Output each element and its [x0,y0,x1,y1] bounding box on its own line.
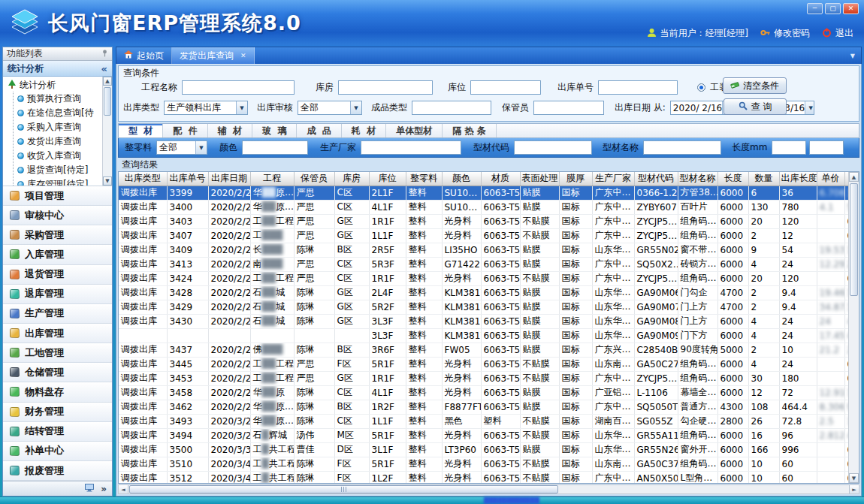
table-cell[interactable]: 3494 [167,428,208,442]
table-cell[interactable]: 工█共工程 [250,442,294,457]
sidebar-item[interactable]: 补单中心 [3,442,112,461]
logout-button[interactable]: 退出 [822,27,853,40]
table-row[interactable]: 调拨出库33992020/2/25华██原…严思C区2L1F整料SU10…606… [119,186,848,200]
table-cell[interactable]: LT3P60 [442,442,481,457]
sidebar-item[interactable]: 结转管理 [3,422,112,442]
horizontal-scroll-thumb[interactable] [129,485,558,493]
table-cell[interactable]: 2.5 [817,414,844,428]
table-row[interactable]: 调拨出库34372020/2/27佛███陈琳B区3R6F整料FW056063-… [119,343,848,357]
table-cell[interactable]: 108 [748,400,779,414]
table-cell[interactable]: 调拨出库 [119,285,167,300]
table-cell[interactable]: L型角… [678,471,717,483]
table-cell[interactable]: 陈琳 [294,300,334,314]
table-cell[interactable]: 调拨出库 [119,457,167,471]
table-header-cell[interactable]: 颜色 [442,172,481,186]
table-header-cell[interactable]: 工程 [250,172,294,186]
maximize-button[interactable]: ▢ [825,3,841,14]
table-cell[interactable]: 2020/2/28 [208,371,250,385]
table-cell[interactable]: 2800 [717,414,748,428]
table-cell[interactable]: 2L4F [369,285,406,300]
table-cell[interactable]: 普通方… [678,400,717,414]
table-cell[interactable]: 工██工程 [250,271,294,285]
table-cell[interactable]: G71422 [442,257,481,271]
table-cell[interactable]: 山东华… [592,285,634,300]
table-cell[interactable] [817,371,844,385]
table-cell[interactable]: 6000 [717,186,748,200]
table-cell[interactable]: GR55N02 [634,243,678,257]
project-name-input[interactable] [182,80,295,95]
table-cell[interactable]: 6063-T5 [481,285,520,300]
table-cell[interactable]: 整料 [406,471,442,483]
table-cell[interactable]: 3407 [167,228,208,243]
table-cell[interactable]: 19.537 [817,243,844,257]
table-header-cell[interactable]: 库房 [334,172,369,186]
table-cell[interactable]: LI35HO [442,243,481,257]
table-cell[interactable]: 3462 [167,400,208,414]
table-cell[interactable]: 国标 [559,371,592,385]
table-cell[interactable]: 曹佳 [294,442,334,457]
table-cell[interactable]: GA90M07… [634,300,678,314]
table-row[interactable]: 调拨出库34582020/2/28华██原陈琳C区4L1F整料光身料6063-T… [119,385,848,400]
table-cell[interactable]: 180 [779,371,817,385]
table-cell[interactable]: 长███ [250,243,294,257]
table-cell[interactable]: 2 [748,300,779,314]
table-cell[interactable]: 6063-T5 [481,214,520,228]
table-cell[interactable]: G区 [334,285,369,300]
table-cell[interactable]: 4700 [717,285,748,300]
table-cell[interactable]: 湖南百… [592,414,634,428]
table-cell[interactable]: 陈琳 [294,243,334,257]
table-cell[interactable]: 10 [748,471,779,483]
table-cell[interactable]: 不贴膜 [520,414,559,428]
table-cell[interactable]: 3430 [167,314,208,328]
table-row[interactable]: 调拨出库34302020/2/26石██城陈琳G区3L3F整料KLM381760… [119,314,848,328]
table-row[interactable]: 调拨出库35002020/3/3工█共工程曹佳D区3L1F整料LT3P60606… [119,442,848,457]
location-input[interactable] [470,80,541,95]
sidebar-item[interactable]: 退货管理 [3,265,112,285]
material-tab[interactable]: 配 件 [163,124,207,137]
table-cell[interactable]: 2020/2/28 [208,385,250,400]
table-cell[interactable]: 不贴膜 [520,471,559,483]
table-cell[interactable]: 幕墙全… [678,385,717,400]
table-cell[interactable]: 3458 [167,385,208,400]
table-cell[interactable]: 国标 [559,442,592,457]
table-cell[interactable]: 窗外开… [678,442,717,457]
table-cell[interactable]: 整料 [406,200,442,214]
table-cell[interactable]: 塑料 [481,414,520,428]
table-cell[interactable]: 4 [748,357,779,371]
table-cell[interactable]: 整料 [406,243,442,257]
minimize-button[interactable]: ─ [807,3,823,14]
table-cell[interactable]: 严思 [294,257,334,271]
table-cell[interactable]: 贴膜 [520,385,559,400]
table-cell[interactable]: 整料 [406,371,442,385]
table-cell[interactable]: 整料 [406,457,442,471]
table-cell[interactable]: 12.2972 [817,257,844,271]
table-cell[interactable]: 国标 [559,257,592,271]
table-cell[interactable]: 调拨出库 [119,228,167,243]
table-cell[interactable]: 6000 [717,314,748,328]
table-cell[interactable]: GR55A11 [634,428,678,442]
table-header-cell[interactable]: 库位 [369,172,406,186]
table-cell[interactable]: 陈琳 [294,285,334,300]
table-cell[interactable]: 调拨出库 [119,471,167,483]
sidebar-item[interactable]: 采购管理 [3,225,112,245]
table-cell[interactable]: 光身料 [442,357,481,371]
product-type-input[interactable] [412,101,491,115]
table-cell[interactable]: 12 [748,385,779,400]
table-cell[interactable]: 汤伟 [294,428,334,442]
table-cell[interactable]: 464.4 [779,400,817,414]
table-cell[interactable]: 10 [748,457,779,471]
scroll-up-button[interactable]: ▲ [849,172,859,182]
table-row[interactable]: 调拨出库34092020/2/25长███陈琳B区2R5F整料LI35HO606… [119,243,848,257]
table-cell[interactable]: FW05 [442,343,481,357]
table-cell[interactable]: 2L1F [369,186,406,200]
table-cell[interactable]: 国标 [559,400,592,414]
table-cell[interactable]: 工███ [250,228,294,243]
table-cell[interactable]: 6.708 [817,186,844,200]
table-cell[interactable]: 组角码… [678,428,717,442]
table-cell[interactable]: 6000 [717,271,748,285]
sidebar-item[interactable]: 仓储管理 [3,363,112,382]
table-cell[interactable]: SG055Z [634,414,678,428]
table-cell[interactable]: 6063-T5 [481,428,520,442]
tree-item[interactable]: 收货入库查询 [17,149,101,163]
table-cell[interactable]: 华██原… [250,414,294,428]
